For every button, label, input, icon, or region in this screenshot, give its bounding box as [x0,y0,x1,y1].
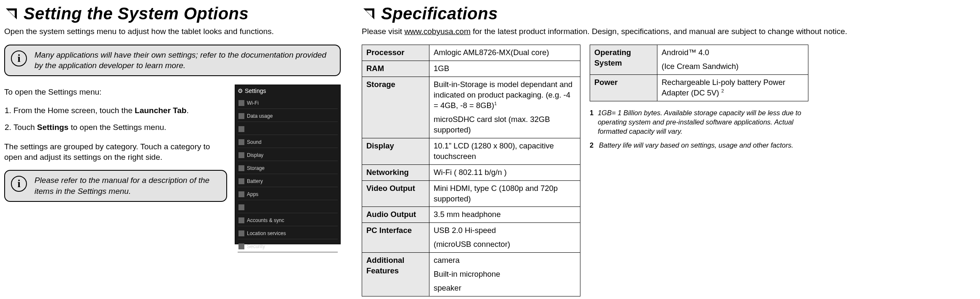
footnote-text: Battery life will vary based on settings… [599,140,793,150]
spec-label: Operating System [590,45,657,74]
list-item: Wi-Fi [238,98,338,109]
list-item: Security [238,241,338,252]
list-item: Accounts & sync [238,215,338,226]
spec-value: Built-in-Storage is model dependant and … [429,77,580,138]
launcher-tab-label: Launcher Tab [135,106,186,115]
group-text: The settings are grouped by category. To… [4,142,227,162]
spec-label: PC Interface [362,223,429,253]
callout-text: Many applications will have their own se… [34,50,334,71]
spec-label: Audio Output [362,207,429,223]
list-item: Data usage [238,111,338,122]
list-item: Location services [238,228,338,239]
svg-marker-1 [8,11,15,17]
footnotes: 11GB= 1 Billion bytes. Available storage… [590,108,808,150]
svg-marker-0 [6,8,17,19]
spec-label: Video Output [362,180,429,207]
step-2: Touch Settings to open the Settings menu… [13,122,227,133]
spec-value: 3.5 mm headphone [429,207,580,223]
right-column: Speciﬁcations Please visit www.cobyusa.c… [362,4,967,296]
list-item: Sound [238,137,338,148]
list-item: Apps [238,189,338,200]
footnote-num: 2 [590,140,595,150]
settings-label: Settings [37,123,69,132]
heading-system-options: Setting the System Options [4,4,341,23]
callout-text: Please refer to the manual for a descrip… [34,175,220,196]
spec-value: Mini HDMI, type C (1080p and 720p suppor… [429,180,580,207]
left-column: Setting the System Options Open the syst… [4,4,341,296]
spec-label: Processor [362,45,429,61]
footnote-text: 1GB= 1 Billion bytes. Available storage … [598,108,808,136]
spec-value: Rechargeable Li-poly battery Power Adapt… [657,74,808,101]
heading-specifications: Speciﬁcations [362,4,967,23]
arrow-icon [362,7,376,21]
step-1: From the Home screen, touch the Launcher… [13,105,227,116]
spec-table-1: ProcessorAmlogic AML8726-MX(Dual core) R… [362,45,580,297]
settings-screenshot: ⚙ Settings Wi-Fi Data usage Sound Displa… [235,85,341,244]
steps-block: To open the Settings menu: From the Home… [4,85,227,244]
spec-label: Additional Features [362,253,429,296]
coby-link[interactable]: www.cobyusa.com [404,27,470,36]
list-item [238,124,338,135]
info-icon: i [11,176,27,192]
spec-value: Android™ 4.0 (Ice Cream Sandwich) [657,45,808,74]
list-item [238,202,338,213]
svg-marker-2 [363,8,374,19]
open-settings-heading: To open the Settings menu: [4,87,227,98]
settings-title: ⚙ Settings [238,87,338,94]
spec-value: 10.1” LCD (1280 x 800), capacitive touch… [429,138,580,164]
svg-marker-3 [366,11,372,17]
spec-label: Networking [362,164,429,180]
spec-label: Power [590,74,657,101]
spec-value: USB 2.0 Hi-speed (microUSB connector) [429,223,580,253]
arrow-icon [4,7,19,21]
spec-value: camera Built-in microphone speaker [429,253,580,296]
spec-value: 1GB [429,61,580,77]
info-icon: i [11,50,27,66]
intro-text: Open the system settings menu to adjust … [4,26,341,37]
steps-list: From the Home screen, touch the Launcher… [4,105,227,133]
heading-text: Speciﬁcations [381,4,498,23]
spec-table-2: Operating System Android™ 4.0 (Ice Cream… [590,45,808,101]
list-item: Display [238,150,338,161]
list-item: Battery [238,176,338,187]
spec-label: Display [362,138,429,164]
spec-intro: Please visit www.cobyusa.com for the lat… [362,26,967,37]
callout-app-settings: i Many applications will have their own … [4,45,341,76]
heading-text: Setting the System Options [24,4,249,23]
spec-value: Amlogic AML8726-MX(Dual core) [429,45,580,61]
footnote-num: 1 [590,108,593,136]
spec-value: Wi-Fi ( 802.11 b/g/n ) [429,164,580,180]
callout-manual: i Please refer to the manual for a descr… [4,170,227,201]
spec-label: RAM [362,61,429,77]
spec-label: Storage [362,77,429,138]
list-item: Storage [238,163,338,174]
